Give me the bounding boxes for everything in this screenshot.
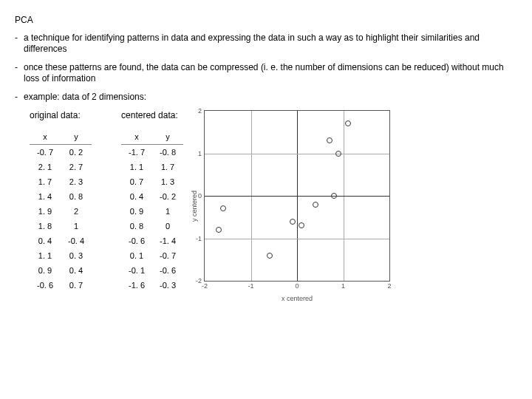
table-row: -1. 7-0. 8: [121, 145, 183, 160]
data-point: [327, 137, 332, 143]
x-tick-label: 0: [296, 282, 299, 290]
x-tick-label: -2: [202, 282, 208, 290]
original-table-caption: original data:: [30, 110, 92, 120]
table-cell: 1. 4: [30, 189, 61, 204]
page-title: PCA: [15, 15, 517, 25]
chart-ylabel: y centered: [191, 191, 198, 222]
gridline-horizontal: [205, 239, 389, 239]
centered-table: x y -1. 7-0. 81. 11. 70. 71. 30. 4-0. 20…: [121, 129, 183, 293]
table-row: -0. 60. 7: [30, 278, 92, 293]
table-cell: -0. 2: [152, 189, 183, 204]
data-point: [313, 202, 318, 208]
table-row: -0. 70. 2: [30, 145, 92, 160]
table-cell: -0. 7: [152, 248, 183, 263]
table-cell: -1. 4: [152, 233, 183, 248]
bullet-item: a technique for identifying patterns in …: [15, 33, 517, 55]
table-cell: 2: [61, 204, 92, 219]
table-cell: -0. 4: [61, 233, 92, 248]
table-cell: -0. 6: [121, 233, 152, 248]
table-cell: 0. 8: [61, 189, 92, 204]
table-cell: 0. 4: [61, 263, 92, 278]
table-cell: 0. 4: [121, 189, 152, 204]
table-cell: 2. 1: [30, 160, 61, 174]
table-cell: 0: [152, 219, 183, 233]
table-cell: 0. 7: [61, 278, 92, 293]
col-header: y: [152, 129, 183, 145]
table-cell: 0. 2: [61, 145, 92, 160]
col-header: x: [121, 129, 152, 145]
table-cell: -0. 6: [30, 278, 61, 293]
table-cell: -0. 8: [152, 145, 183, 160]
table-row: 1. 81: [30, 219, 92, 233]
table-row: 1. 40. 8: [30, 189, 92, 204]
y-tick-label: 0: [198, 192, 202, 200]
table-cell: 1. 1: [121, 160, 152, 174]
table-cell: 0. 3: [61, 248, 92, 263]
table-row: -0. 1-0. 6: [121, 263, 183, 278]
x-tick-label: -1: [248, 282, 254, 290]
table-row: 1. 11. 7: [121, 160, 183, 174]
y-tick-label: -1: [196, 235, 202, 242]
table-cell: 2. 7: [61, 160, 92, 174]
scatter-chart: -2-1012-2-1012: [204, 110, 390, 282]
data-point: [290, 219, 296, 225]
data-point: [335, 151, 341, 157]
original-table-block: original data: x y -0. 70. 22. 12. 71. 7…: [30, 110, 92, 293]
chart-xlabel: x centered: [204, 295, 390, 302]
table-row: 0. 1-0. 7: [121, 248, 183, 263]
table-cell: 0. 1: [121, 248, 152, 263]
table-row: 0. 90. 4: [30, 263, 92, 278]
table-row: -1. 6-0. 3: [121, 278, 183, 293]
data-point: [216, 227, 222, 233]
col-header: y: [61, 129, 92, 145]
table-row: 1. 10. 3: [30, 248, 92, 263]
table-cell: 1. 3: [152, 174, 183, 189]
y-tick-label: -2: [196, 277, 202, 284]
table-row: 0. 80: [121, 219, 183, 233]
table-cell: 0. 7: [121, 174, 152, 189]
data-point: [299, 222, 304, 228]
table-cell: 1. 7: [152, 160, 183, 174]
table-cell: 1. 1: [30, 248, 61, 263]
data-point: [345, 120, 351, 126]
y-tick-label: 1: [198, 150, 202, 157]
gridline-horizontal: [205, 196, 389, 197]
table-cell: 1: [152, 204, 183, 219]
table-cell: 0. 9: [121, 204, 152, 219]
table-cell: 1. 7: [30, 174, 61, 189]
table-cell: 1. 9: [30, 204, 61, 219]
bullet-item: example: data of 2 dimensions:: [15, 92, 517, 103]
bullet-list: a technique for identifying patterns in …: [15, 33, 517, 103]
table-row: 0. 4-0. 4: [30, 233, 92, 248]
bullet-item: once these patterns are found, the data …: [15, 62, 517, 84]
table-row: 0. 71. 3: [121, 174, 183, 189]
table-cell: 1. 8: [30, 219, 61, 233]
table-cell: -0. 6: [152, 263, 183, 278]
content-row: original data: x y -0. 70. 22. 12. 71. 7…: [15, 110, 517, 302]
data-point: [220, 205, 226, 211]
chart-wrap: y centered -2-1012-2-1012 x centered: [204, 110, 390, 302]
table-cell: 1: [61, 219, 92, 233]
table-cell: 0. 9: [30, 263, 61, 278]
tables-column: original data: x y -0. 70. 22. 12. 71. 7…: [30, 110, 183, 293]
table-row: -0. 6-1. 4: [121, 233, 183, 248]
table-cell: 0. 4: [30, 233, 61, 248]
table-cell: -0. 3: [152, 278, 183, 293]
centered-table-block: centered data: x y -1. 7-0. 81. 11. 70. …: [121, 110, 183, 293]
table-cell: 2. 3: [61, 174, 92, 189]
original-table: x y -0. 70. 22. 12. 71. 72. 31. 40. 81. …: [30, 129, 92, 293]
table-cell: -0. 1: [121, 263, 152, 278]
table-row: 0. 4-0. 2: [121, 189, 183, 204]
table-cell: -0. 7: [30, 145, 61, 160]
x-tick-label: 1: [341, 282, 345, 290]
data-point: [331, 193, 337, 199]
gridline-horizontal: [205, 154, 389, 154]
table-row: 1. 92: [30, 204, 92, 219]
table-row: 1. 72. 3: [30, 174, 92, 189]
table-cell: -1. 7: [121, 145, 152, 160]
table-row: 2. 12. 7: [30, 160, 92, 174]
table-cell: -1. 6: [121, 278, 152, 293]
table-row: 0. 91: [121, 204, 183, 219]
y-tick-label: 2: [198, 107, 202, 115]
table-cell: 0. 8: [121, 219, 152, 233]
